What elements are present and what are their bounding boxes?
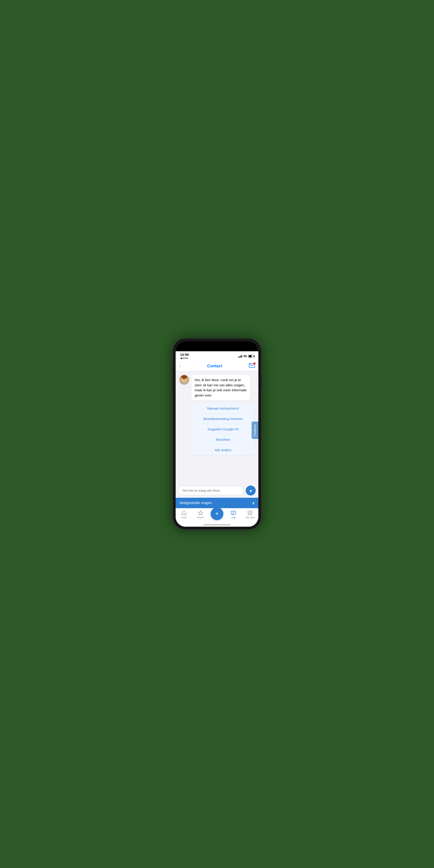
notch — [203, 341, 231, 348]
tab-chat-label: chat — [231, 516, 236, 519]
input-area: ► — [176, 483, 258, 498]
battery-fill — [249, 355, 252, 357]
option-item-0[interactable]: Nieuwe homescherm — [191, 403, 255, 414]
doelen-icon — [198, 510, 203, 516]
back-button[interactable]: ‹ — [179, 364, 180, 368]
signal-bar-3 — [240, 355, 241, 358]
bot-message-row: Hoi, ik ben Noor. Leuk om je te zien! Je… — [179, 375, 255, 401]
svg-rect-11 — [248, 511, 250, 513]
phone-frame: 13:50 ◀ Zoek 5G ‹ Contact — [173, 339, 261, 529]
signal-5g: 5G — [243, 355, 247, 358]
notch-area — [176, 341, 258, 351]
svg-rect-12 — [250, 511, 252, 512]
status-left: 13:50 ◀ Zoek — [180, 353, 189, 360]
tab-chat[interactable]: chat — [225, 510, 242, 519]
faq-chevron: ∧ — [252, 501, 255, 505]
status-bar: 13:50 ◀ Zoek 5G — [176, 351, 258, 361]
tab-home[interactable]: home — [176, 510, 192, 519]
options-list: Nieuwe homescherm Bloeddrukmeting invoer… — [191, 403, 255, 455]
mijn-data-icon — [247, 510, 253, 516]
svg-rect-14 — [248, 514, 250, 515]
svg-rect-13 — [250, 513, 252, 515]
option-item-2[interactable]: Koppelen Google Fit — [191, 424, 255, 434]
page-title: Contact — [207, 364, 222, 368]
status-right: 5G — [238, 355, 254, 358]
status-time: 13:50 — [180, 353, 189, 357]
signal-bar-1 — [238, 357, 239, 358]
signal-bar-4 — [241, 355, 242, 358]
chat-input[interactable] — [178, 486, 243, 495]
plus-button[interactable]: + — [211, 507, 223, 520]
option-item-4[interactable]: Iets anders — [191, 445, 255, 455]
nav-bar: ‹ Contact — [176, 361, 258, 371]
status-carrier: ◀ Zoek — [180, 357, 188, 360]
option-item-1[interactable]: Bloeddrukmeting invoeren — [191, 414, 255, 424]
svg-marker-6 — [198, 510, 203, 515]
tab-doelen[interactable]: doelen — [192, 510, 209, 519]
option-item-3[interactable]: Berichten — [191, 434, 255, 445]
battery-icon — [248, 355, 254, 358]
plus-icon: + — [215, 510, 219, 517]
chat-area: Feedback — [176, 371, 258, 483]
home-indicator — [204, 524, 230, 525]
bot-avatar — [179, 375, 189, 385]
svg-point-3 — [183, 379, 184, 380]
avatar-svg — [179, 375, 189, 385]
mail-button[interactable] — [249, 363, 255, 369]
tab-doelen-label: doelen — [197, 516, 204, 519]
svg-point-2 — [181, 375, 187, 379]
faq-label: Veelgestelde vragen — [179, 501, 212, 505]
phone-screen: 13:50 ◀ Zoek 5G ‹ Contact — [176, 341, 258, 527]
feedback-button[interactable]: Feedback — [252, 422, 258, 439]
bot-bubble: Hoi, ik ben Noor. Leuk om je te zien! Je… — [191, 375, 250, 401]
send-icon: ► — [248, 487, 254, 493]
chevron-left-icon: ‹ — [179, 364, 180, 368]
mail-badge — [253, 362, 256, 365]
send-button[interactable]: ► — [246, 486, 256, 495]
faq-bar[interactable]: Veelgestelde vragen ∧ — [176, 498, 258, 508]
svg-point-5 — [182, 382, 187, 385]
svg-point-4 — [185, 379, 186, 380]
signal-bars — [238, 355, 242, 358]
tab-mijn-data-label: mijn data — [246, 516, 255, 519]
bot-message-text: Hoi, ik ben Noor. Leuk om je te zien! Je… — [195, 378, 247, 397]
signal-bar-2 — [239, 356, 240, 358]
home-icon — [181, 510, 187, 516]
tab-mijn-data[interactable]: mijn data — [242, 510, 258, 519]
tab-bar: home doelen + — [176, 508, 258, 527]
svg-rect-7 — [231, 511, 236, 514]
chat-icon — [231, 510, 236, 516]
tab-home-label: home — [181, 516, 187, 519]
